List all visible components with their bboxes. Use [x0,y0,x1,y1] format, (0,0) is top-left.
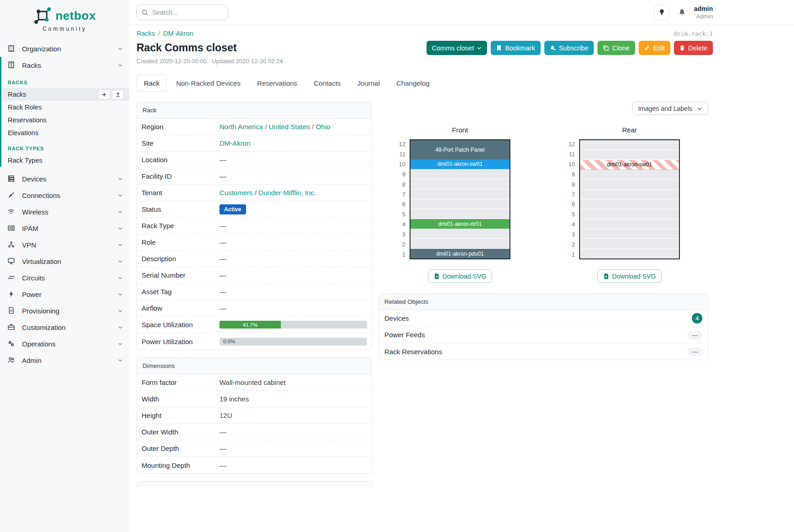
breadcrumb-racks-link[interactable]: Racks [137,30,155,37]
tab-reservations[interactable]: Reservations [250,75,305,92]
sidebar-item-wireless[interactable]: Wireless [0,203,129,220]
sidebar-subitem-rack-roles[interactable]: Rack Roles [1,101,129,114]
region-link[interactable]: North America [219,123,263,131]
download-svg-front-button[interactable]: Download SVG [428,269,493,283]
sidebar-item-provisioning[interactable]: Provisioning [0,302,129,319]
rack-device-switch[interactable]: dmi01-akron-sw01 [411,159,509,169]
bookmark-label: Bookmark [505,44,535,52]
document-icon [7,307,16,315]
sidebar-item-devices[interactable]: Devices [0,170,129,187]
rack-slot-empty[interactable] [411,229,509,239]
sidebar-item-admin[interactable]: Admin [0,352,129,368]
search-box[interactable] [137,5,228,20]
download-svg-rear-button[interactable]: Download SVG [597,269,662,283]
rack-slot-empty[interactable] [580,170,679,180]
tenant-link[interactable]: Dunder-Mifflin, Inc. [258,189,316,197]
sidebar: netbox Community Organization Rack [0,0,129,532]
rack-slot-empty[interactable] [580,199,679,209]
rack-device-router[interactable]: dmi01-akron-rtr01 [411,219,509,229]
sidebar-item-label: Operations [22,340,118,348]
breadcrumb: Racks / DM-Akron dcim.rack:1 [137,30,713,37]
sidebar-item-racks[interactable]: Racks [1,57,129,73]
subitem-label: Rack Types [8,157,43,164]
user-menu[interactable]: admin Admin [694,5,713,20]
rear-unit-labels: 1211 109 87 65 43 21 [564,139,579,259]
app: netbox Community Organization Rack [0,0,794,532]
user-role: Admin [694,13,713,20]
rack-slot-empty[interactable] [580,219,679,229]
sidebar-subitem-racks[interactable]: Racks [1,88,129,101]
tab-journal[interactable]: Journal [350,75,387,92]
sidebar-item-vpn[interactable]: VPN [0,236,129,253]
add-button[interactable] [98,90,110,99]
rack-device-patch-panel[interactable]: 48-Port Patch Panel [411,140,509,159]
rack-slot-empty[interactable] [411,199,509,209]
rack-view-dropdown-button[interactable]: Comms closet [427,41,487,55]
rack-slot-empty[interactable] [580,140,679,150]
sidebar-subitem-elevations[interactable]: Elevations [1,126,129,139]
rack-slot-empty[interactable] [411,239,509,249]
rack-slot-empty[interactable] [580,229,679,239]
elevation-display-dropdown[interactable]: Images and Labels [632,102,708,115]
sidebar-item-power[interactable]: Power [0,286,129,302]
delete-button[interactable]: Delete [674,41,713,55]
subscribe-button[interactable]: Subscribe [544,41,594,55]
rack-slot-empty[interactable] [411,189,509,199]
search-input[interactable] [152,9,221,16]
sidebar-item-connections[interactable]: Connections [0,187,129,203]
related-power-feeds-row[interactable]: Power Feeds — [379,327,708,343]
devices-count-badge[interactable]: 4 [692,313,702,324]
rack-slot-empty[interactable] [411,169,509,179]
rack-slot-empty[interactable] [411,179,509,189]
sidebar-item-circuits[interactable]: Circuits [0,269,129,286]
rack-slot-empty[interactable] [580,239,679,249]
attr-site: Site DM-Akron [137,135,372,152]
rack-slot-empty[interactable] [580,190,679,200]
rack-slot-empty[interactable] [580,180,679,190]
attr-description: Description — [137,251,372,267]
sidebar-subitem-reservations[interactable]: Reservations [1,114,129,126]
edit-button[interactable]: Edit [639,41,670,55]
sidebar-item-ipam[interactable]: IPAM [0,220,129,236]
attr-facility-id: Facility ID — [137,168,372,185]
chevron-down-icon [118,341,123,346]
rack-device-pdu[interactable]: dmi01-akron-pdu01 [411,249,509,258]
tab-rack[interactable]: Rack [137,75,167,92]
region-link[interactable]: United States [269,123,310,131]
sidebar-item-label: Wireless [22,208,118,216]
netbox-logo[interactable]: netbox Community [0,0,129,33]
lightbulb-icon [658,9,665,16]
bookmark-button[interactable]: Bookmark [491,41,540,55]
sidebar-item-organization[interactable]: Organization [0,40,129,57]
theme-toggle-button[interactable] [654,5,670,20]
rack-slot-empty[interactable] [580,249,679,259]
server-stack-icon [7,175,16,183]
related-devices-row[interactable]: Devices 4 [379,310,708,327]
tab-contacts[interactable]: Contacts [307,75,348,92]
rack-slot-empty[interactable] [411,209,509,219]
rack-slot-empty[interactable] [580,209,679,219]
sidebar-item-virtualization[interactable]: Virtualization [0,253,129,269]
subscribe-label: Subscribe [559,44,588,52]
sidebar-item-operations[interactable]: Operations [0,335,129,352]
tab-changelog[interactable]: Changelog [389,75,437,92]
related-objects-panel: Related Objects Devices 4 Power Feeds — … [378,293,708,360]
rack-slot-empty[interactable] [580,150,679,160]
tenant-group-link[interactable]: Customers [219,189,253,197]
related-rack-reservations-row[interactable]: Rack Reservations — [379,343,708,360]
rack-device-switch-rear[interactable]: dmi01-akron-sw01 [580,160,679,170]
site-link[interactable]: DM-Akron [219,139,251,147]
notifications-button[interactable] [678,8,686,16]
region-link[interactable]: Ohio [316,123,330,131]
breadcrumb-site-link[interactable]: DM-Akron [163,30,193,37]
download-svg-label: Download SVG [612,273,656,280]
clone-button[interactable]: Clone [597,41,635,55]
brand-name: netbox [55,9,96,23]
attr-status: Status Active [137,201,372,218]
space-utilization-bar: 41.7% [219,321,367,329]
tab-non-racked-devices[interactable]: Non-Racked Devices [169,75,248,92]
sidebar-subitem-rack-types[interactable]: Rack Types [1,154,129,167]
sidebar-item-customization[interactable]: Customization [0,319,129,335]
import-button[interactable] [112,90,124,99]
created-updated-meta: Created 2020-12-20 00:00 · Updated 2020-… [137,58,713,65]
